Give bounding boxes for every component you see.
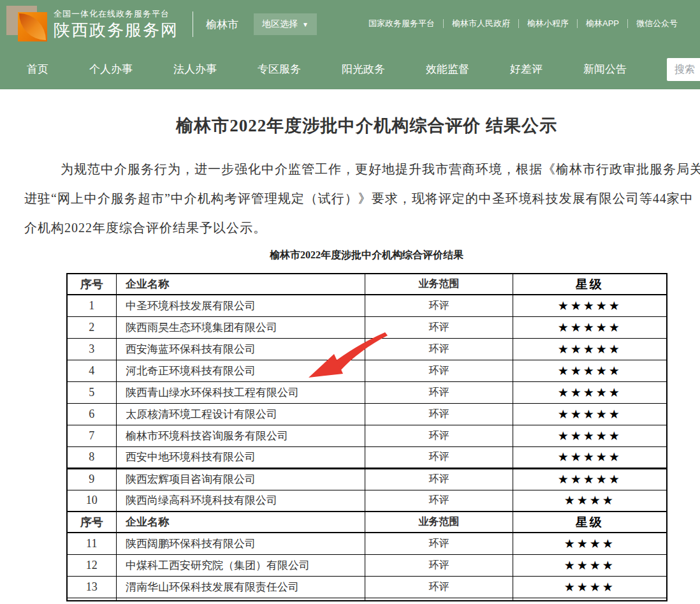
row-number: 12 bbox=[67, 554, 117, 576]
company-name: 中煤科工西安研究院（集团）有限公司 bbox=[117, 554, 365, 576]
table-caption: 榆林市2022年度涉批中介机构综合评价结果 bbox=[0, 247, 700, 263]
row-number: 3 bbox=[67, 338, 117, 360]
table-row: 12中煤科工西安研究院（集团）有限公司环评★★★★ bbox=[67, 554, 667, 576]
company-name: 陕西宏辉项目咨询有限公司 bbox=[117, 468, 365, 490]
region-select-label: 地区选择 bbox=[262, 18, 298, 29]
business-scope: 环评 bbox=[365, 316, 513, 338]
star-rating: ★★★★★ bbox=[513, 381, 667, 403]
column-header: 序号 bbox=[67, 512, 117, 533]
empty-cell bbox=[365, 598, 513, 601]
row-number: 1 bbox=[67, 295, 117, 316]
nav-item-效能监督[interactable]: 效能监督 bbox=[426, 62, 469, 77]
star-rating: ★★★★★ bbox=[513, 338, 667, 360]
business-scope: 环评 bbox=[365, 360, 513, 381]
announcement-page: 榆林市2022年度涉批中介机构综合评价 结果公示 为规范中介服务行为，进一步强化… bbox=[0, 89, 700, 601]
divider bbox=[193, 11, 193, 37]
search-input[interactable] bbox=[667, 58, 700, 81]
star-rating: ★★★★ bbox=[513, 554, 667, 576]
company-name: 陕西青山绿水环保科技工程有限公司 bbox=[117, 381, 365, 403]
row-number: 9 bbox=[67, 468, 117, 490]
company-name: 榆林市环境科技咨询服务有限公司 bbox=[117, 425, 365, 446]
nav-item-阳光政务[interactable]: 阳光政务 bbox=[342, 62, 385, 77]
row-number: 7 bbox=[67, 425, 117, 446]
star-rating: ★★★★ bbox=[513, 576, 667, 598]
table-row: 6太原核清环境工程设计有限公司环评★★★★★ bbox=[67, 403, 667, 425]
star-rating: ★★★★★ bbox=[513, 316, 667, 338]
table-row-partial bbox=[67, 598, 667, 601]
table-header-row: 序号企业名称业务范围星级 bbox=[67, 274, 667, 295]
row-number: 11 bbox=[67, 533, 117, 554]
paragraph-line: 为规范中介服务行为，进一步强化中介监管工作，更好地提升我市营商环境，根据《榆林市… bbox=[0, 154, 700, 184]
business-scope: 环评 bbox=[365, 338, 513, 360]
company-name: 西安中地环境科技有限公司 bbox=[117, 446, 365, 468]
company-name: 西安海蓝环保科技有限公司 bbox=[117, 338, 365, 360]
brand-block: 全国一体化在线政务服务平台 陕西政务服务网 bbox=[54, 8, 179, 40]
company-name: 中圣环境科技发展有限公司 bbox=[117, 295, 365, 316]
top-link[interactable]: 微信公众号 bbox=[636, 18, 678, 29]
row-number: 6 bbox=[67, 403, 117, 425]
page-title: 榆林市2022年度涉批中介机构综合评价 结果公示 bbox=[0, 114, 700, 138]
table-row: 4河北奇正环境科技有限公司环评★★★★★ bbox=[67, 360, 667, 381]
business-scope: 环评 bbox=[365, 554, 513, 576]
table-header-row: 序号企业名称业务范围星级 bbox=[67, 512, 667, 533]
nav-item-专区服务[interactable]: 专区服务 bbox=[258, 62, 301, 77]
star-rating: ★★★★★ bbox=[513, 468, 667, 490]
nav-item-个人办事[interactable]: 个人办事 bbox=[89, 62, 133, 77]
divider bbox=[518, 19, 519, 28]
column-header: 业务范围 bbox=[365, 274, 513, 295]
row-number: 5 bbox=[67, 381, 117, 403]
company-name: 太原核清环境工程设计有限公司 bbox=[117, 403, 365, 425]
top-link[interactable]: 榆林市人民政府 bbox=[452, 18, 510, 29]
top-links: 国家政务服务平台榆林市人民政府榆林小程序榆林APP微信公众号注册 bbox=[368, 18, 700, 29]
row-number: 13 bbox=[67, 576, 117, 598]
business-scope: 环评 bbox=[365, 403, 513, 425]
current-city: 榆林市 bbox=[206, 17, 238, 32]
empty-cell bbox=[513, 598, 667, 601]
business-scope: 环评 bbox=[365, 381, 513, 403]
business-scope: 环评 bbox=[365, 446, 513, 468]
site-name: 陕西政务服务网 bbox=[54, 20, 179, 40]
paragraph-line: 进驻“网上中介服务超市”中介机构考评管理规定（试行）》要求，现将评定的中圣环境科… bbox=[0, 184, 700, 213]
nav-item-好差评[interactable]: 好差评 bbox=[510, 62, 543, 77]
nav-item-首页[interactable]: 首页 bbox=[27, 62, 48, 77]
top-link[interactable]: 榆林APP bbox=[586, 18, 619, 29]
company-name: 河北奇正环境科技有限公司 bbox=[117, 360, 365, 381]
business-scope: 环评 bbox=[365, 490, 513, 512]
announcement-paragraph: 为规范中介服务行为，进一步强化中介监管工作，更好地提升我市营商环境，根据《榆林市… bbox=[0, 154, 700, 242]
region-select-button[interactable]: 地区选择▼ bbox=[254, 13, 317, 35]
business-scope: 环评 bbox=[365, 468, 513, 490]
empty-cell bbox=[117, 598, 365, 601]
nav-item-法人办事[interactable]: 法人办事 bbox=[173, 62, 217, 77]
table-row: 13渭南华山环保科技发展有限责任公司环评★★★★ bbox=[67, 576, 667, 598]
row-number: 4 bbox=[67, 360, 117, 381]
platform-name: 全国一体化在线政务服务平台 bbox=[54, 8, 179, 20]
star-rating: ★★★★ bbox=[513, 490, 667, 512]
company-name: 陕西阔鹏环保科技有限公司 bbox=[117, 533, 365, 554]
table-row: 1中圣环境科技发展有限公司环评★★★★★ bbox=[67, 295, 667, 316]
table-row: 11陕西阔鹏环保科技有限公司环评★★★★ bbox=[67, 533, 667, 554]
business-scope: 环评 bbox=[365, 576, 513, 598]
top-link[interactable]: 国家政务服务平台 bbox=[368, 18, 435, 29]
company-name: 渭南华山环保科技发展有限责任公司 bbox=[117, 576, 365, 598]
row-number: 10 bbox=[67, 490, 117, 512]
star-rating: ★★★★★ bbox=[513, 425, 667, 446]
main-nav-bar: 首页个人办事法人办事专区服务阳光政务效能监督好差评新闻公告 bbox=[0, 48, 700, 89]
table-row: 2陕西雨昊生态环境集团有限公司环评★★★★★ bbox=[67, 316, 667, 338]
table-row: 8西安中地环境科技有限公司环评★★★★★ bbox=[67, 446, 667, 468]
top-bar: 全国一体化在线政务服务平台 陕西政务服务网 榆林市 地区选择▼ 国家政务服务平台… bbox=[0, 0, 700, 48]
empty-cell bbox=[67, 598, 117, 601]
nav-item-新闻公告[interactable]: 新闻公告 bbox=[583, 62, 627, 77]
site-header: 全国一体化在线政务服务平台 陕西政务服务网 榆林市 地区选择▼ 国家政务服务平台… bbox=[0, 0, 700, 89]
column-header: 序号 bbox=[67, 274, 117, 295]
star-rating: ★★★★★ bbox=[513, 360, 667, 381]
company-name: 陕西雨昊生态环境集团有限公司 bbox=[117, 316, 365, 338]
star-rating: ★★★★★ bbox=[513, 403, 667, 425]
divider bbox=[577, 19, 578, 28]
star-rating: ★★★★ bbox=[513, 533, 667, 554]
star-rating: ★★★★★ bbox=[513, 295, 667, 316]
site-logo[interactable] bbox=[6, 4, 48, 44]
column-header: 星级 bbox=[513, 512, 667, 533]
star-rating: ★★★★★ bbox=[513, 446, 667, 468]
top-link[interactable]: 榆林小程序 bbox=[527, 18, 569, 29]
row-number: 8 bbox=[67, 446, 117, 468]
